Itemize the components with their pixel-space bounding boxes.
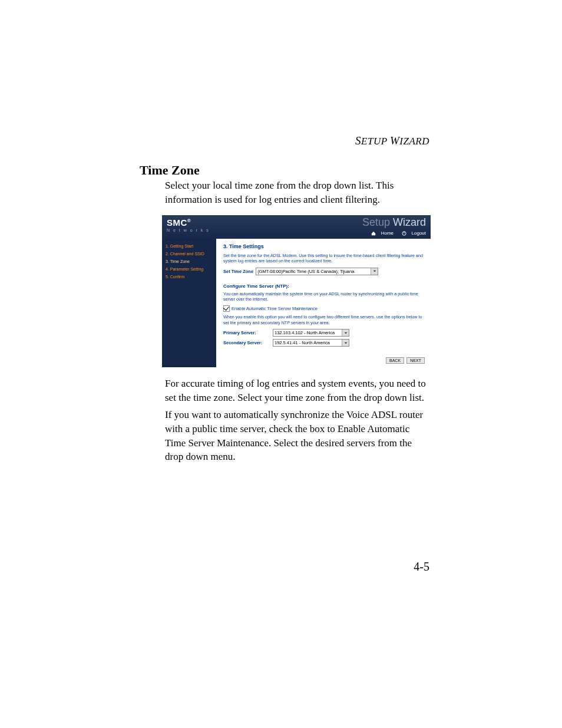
step-heading: 3. Time Settings: [223, 243, 424, 249]
timezone-select[interactable]: (GMT-08:00)Pacific Time (US & Canada); T…: [256, 268, 378, 275]
sidebar-step-4[interactable]: 4. Parameter Setting: [162, 265, 216, 273]
wizard-title: Setup Wizard: [362, 216, 426, 229]
sidebar-step-1[interactable]: 1. Getting Start: [162, 242, 216, 250]
router-screenshot: SMC® N e t w o r k s Setup Wizard Home L…: [162, 215, 431, 367]
secondary-server-select[interactable]: 192.5.41.41 - North America: [273, 339, 349, 347]
sidebar-step-2[interactable]: 2. Channel and SSID: [162, 250, 216, 258]
sidebar-step-5[interactable]: 5. Confirm: [162, 273, 216, 281]
screenshot-header: SMC® N e t w o r k s Setup Wizard Home L…: [162, 215, 431, 239]
wizard-main: 3. Time Settings Set the time zone for t…: [216, 239, 431, 367]
enable-ntp-label: Enable Automatic Time Server Maintenance: [232, 306, 318, 311]
next-button[interactable]: NEXT: [406, 357, 425, 364]
smc-logo: SMC®: [167, 218, 191, 228]
body-paragraph-2: For accurate timing of log entries and s…: [165, 377, 430, 405]
primary-server-value: 132.163.4.102 - North America: [275, 330, 335, 335]
home-icon: [371, 231, 376, 236]
primary-server-select[interactable]: 132.163.4.102 - North America: [273, 329, 349, 337]
timezone-value: (GMT-08:00)Pacific Time (US & Canada); T…: [257, 269, 354, 274]
page-number: 4-5: [414, 560, 429, 574]
header-links: Home Logout: [364, 230, 426, 236]
intro-paragraph: Select your local time zone from the dro…: [165, 179, 430, 207]
running-header: SETUP WIZARD: [355, 134, 429, 147]
logout-icon: [402, 231, 406, 236]
secondary-server-label: Secondary Server:: [223, 340, 270, 345]
dropdown-arrow-icon: [342, 330, 349, 336]
home-link[interactable]: Home: [368, 230, 394, 236]
enable-ntp-checkbox[interactable]: [223, 305, 230, 312]
wizard-buttons: BACK NEXT: [385, 357, 425, 364]
secondary-server-value: 192.5.41.41 - North America: [275, 340, 330, 345]
logout-link[interactable]: Logout: [398, 230, 426, 236]
ntp-instruction: When you enable this option you will nee…: [223, 314, 424, 325]
set-timezone-label: Set Time Zone: [223, 269, 253, 274]
smc-logo-subtext: N e t w o r k s: [167, 228, 210, 232]
ntp-description: You can automatically maintain the syste…: [223, 291, 424, 302]
dropdown-arrow-icon: [371, 268, 378, 275]
sidebar-step-3[interactable]: 3. Time Zone: [162, 258, 216, 265]
dropdown-arrow-icon: [342, 340, 349, 346]
wizard-sidebar: 1. Getting Start 2. Channel and SSID 3. …: [162, 239, 216, 367]
section-title: Time Zone: [140, 163, 200, 178]
body-paragraph-3: If you want to automatically synchronize…: [165, 408, 430, 464]
back-button[interactable]: BACK: [386, 357, 404, 364]
ntp-heading: Configure Time Server (NTP):: [223, 284, 424, 289]
step-description: Set the time zone for the ADSL Modem. Us…: [223, 253, 424, 264]
primary-server-label: Primary Server:: [223, 330, 270, 335]
